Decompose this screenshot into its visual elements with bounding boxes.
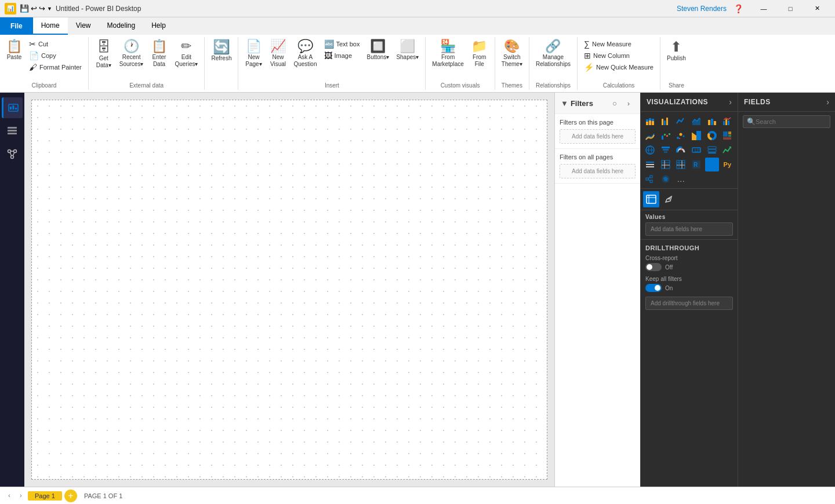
tab-view[interactable]: View bbox=[68, 17, 99, 35]
tab-help[interactable]: Help bbox=[143, 17, 174, 35]
from-file-button[interactable]: 📁 FromFile bbox=[468, 38, 491, 70]
shapes-button[interactable]: ⬜ Shapes▾ bbox=[393, 38, 422, 63]
viz-more[interactable]: … bbox=[674, 172, 688, 186]
maximize-button[interactable]: □ bbox=[777, 0, 804, 17]
viz-ribbon-chart[interactable] bbox=[643, 129, 657, 143]
tab-home[interactable]: Home bbox=[33, 17, 68, 35]
sidebar-icon-report[interactable] bbox=[2, 97, 23, 118]
sidebar-icon-model[interactable] bbox=[2, 144, 23, 165]
viz-map[interactable] bbox=[643, 143, 657, 157]
new-page-icon: 📄 bbox=[246, 40, 262, 53]
tab-file[interactable]: File bbox=[0, 17, 33, 35]
new-column-button[interactable]: ⊞ New Column bbox=[581, 50, 656, 61]
viz-gauge[interactable] bbox=[674, 143, 688, 157]
viz-column-clustered[interactable] bbox=[705, 114, 719, 128]
page-1-tab[interactable]: Page 1 bbox=[28, 491, 62, 501]
viz-format-tab[interactable] bbox=[660, 191, 677, 207]
text-box-label: Text box bbox=[336, 41, 360, 48]
drillthrough-drop-zone[interactable]: Add drillthrough fields here bbox=[645, 297, 733, 310]
viz-values-drop-zone[interactable]: Add data fields here bbox=[645, 222, 733, 236]
edit-queries-button[interactable]: ✏ EditQueries▾ bbox=[172, 38, 201, 70]
filter-arrow-button[interactable]: › bbox=[623, 97, 634, 109]
viz-slicer[interactable] bbox=[643, 158, 657, 171]
keep-filters-toggle[interactable] bbox=[645, 284, 662, 292]
viz-area-chart[interactable] bbox=[689, 114, 703, 128]
viz-scatter[interactable] bbox=[674, 129, 688, 143]
viz-clustered-bar[interactable] bbox=[659, 114, 673, 128]
from-marketplace-button[interactable]: 🏪 FromMarketplace bbox=[429, 38, 466, 70]
format-painter-icon: 🖌 bbox=[29, 63, 37, 72]
svg-rect-48 bbox=[663, 149, 669, 151]
filter-expand-button[interactable]: ○ bbox=[609, 97, 620, 109]
add-page-button[interactable]: + bbox=[64, 490, 77, 502]
filter-all-pages-drop-zone[interactable]: Add data fields here bbox=[560, 164, 636, 178]
page-nav-next[interactable]: › bbox=[16, 491, 26, 501]
viz-card[interactable]: 123 bbox=[689, 143, 703, 157]
format-painter-button[interactable]: 🖌 Format Painter bbox=[26, 61, 85, 73]
viz-funnel[interactable] bbox=[659, 143, 673, 157]
viz-table[interactable] bbox=[659, 158, 673, 171]
report-canvas[interactable] bbox=[31, 100, 547, 480]
fields-search-input[interactable] bbox=[756, 118, 826, 125]
ribbon-group-share: ⬆ Publish Share bbox=[660, 37, 692, 90]
viz-line-chart[interactable] bbox=[674, 114, 688, 128]
close-button[interactable]: ✕ bbox=[804, 0, 830, 17]
recent-sources-button[interactable]: 🕐 RecentSources▾ bbox=[117, 38, 147, 70]
cross-report-toggle[interactable] bbox=[645, 263, 662, 271]
viz-matrix[interactable] bbox=[674, 158, 688, 171]
refresh-button[interactable]: 🔄 Refresh bbox=[208, 38, 234, 64]
new-visual-button[interactable]: 📈 NewVisual bbox=[266, 38, 289, 70]
cut-button[interactable]: ✂ Cut bbox=[26, 38, 85, 50]
publish-button[interactable]: ⬆ Publish bbox=[664, 38, 689, 64]
ribbon-group-clipboard: 📋 Paste ✂ Cut 📄 Copy 🖌 Format Painter Cl… bbox=[0, 37, 89, 90]
viz-filled-map[interactable] bbox=[659, 172, 673, 186]
minimize-button[interactable]: — bbox=[750, 0, 777, 17]
format-painter-label: Format Painter bbox=[39, 64, 82, 71]
quick-save[interactable]: 💾 bbox=[20, 4, 29, 13]
viz-stacked-bar[interactable] bbox=[643, 114, 657, 128]
ask-question-button[interactable]: 💬 Ask AQuestion bbox=[291, 38, 320, 70]
help-icon[interactable]: ❓ bbox=[734, 4, 743, 13]
viz-expand-button[interactable]: › bbox=[729, 97, 732, 107]
viz-azure-map[interactable]: R bbox=[689, 158, 703, 171]
viz-waterfall[interactable] bbox=[659, 129, 673, 143]
text-box-button[interactable]: 🔤 Text box bbox=[321, 38, 363, 50]
quick-undo[interactable]: ↩ bbox=[31, 4, 37, 13]
viz-donut[interactable] bbox=[705, 129, 719, 143]
manage-relationships-button[interactable]: 🔗 ManageRelationships bbox=[533, 38, 573, 70]
viz-kpi[interactable] bbox=[720, 143, 734, 157]
paste-button[interactable]: 📋 Paste bbox=[3, 38, 25, 63]
tab-modeling[interactable]: Modeling bbox=[99, 17, 143, 35]
viz-r-visual[interactable]: R bbox=[705, 158, 719, 171]
viz-decomp-tree[interactable] bbox=[643, 172, 657, 186]
keep-filters-toggle-thumb bbox=[655, 285, 660, 291]
quick-dropdown[interactable]: ▼ bbox=[47, 6, 52, 12]
svg-rect-29 bbox=[662, 136, 663, 140]
get-data-button[interactable]: 🗄 GetData▾ bbox=[92, 38, 115, 71]
svg-point-7 bbox=[8, 150, 11, 153]
quick-redo[interactable]: ↪ bbox=[39, 4, 45, 13]
svg-rect-49 bbox=[664, 151, 667, 153]
image-button[interactable]: 🖼 Image bbox=[321, 50, 363, 61]
new-quick-measure-button[interactable]: ⚡ New Quick Measure bbox=[581, 61, 656, 73]
filter-page-drop-zone[interactable]: Add data fields here bbox=[560, 129, 636, 144]
page-nav-prev[interactable]: ‹ bbox=[5, 491, 14, 501]
viz-pie[interactable] bbox=[689, 129, 703, 143]
enter-data-button[interactable]: 📋 EnterData bbox=[147, 38, 170, 70]
viz-multirow-card[interactable] bbox=[705, 143, 719, 157]
viz-treemap[interactable] bbox=[720, 129, 734, 143]
sidebar-icon-data[interactable] bbox=[2, 120, 23, 141]
shapes-icon: ⬜ bbox=[400, 40, 415, 53]
viz-combo-chart[interactable] bbox=[720, 114, 734, 128]
new-measure-button[interactable]: ∑ New Measure bbox=[581, 38, 656, 50]
viz-fields-tab[interactable] bbox=[643, 191, 659, 207]
switch-theme-button[interactable]: 🎨 SwitchTheme▾ bbox=[499, 38, 525, 70]
buttons-button[interactable]: 🔲 Buttons▾ bbox=[364, 38, 392, 63]
paste-icon: 📋 bbox=[6, 40, 22, 53]
new-page-button[interactable]: 📄 NewPage▾ bbox=[242, 38, 265, 70]
viz-python-visual[interactable]: Py bbox=[720, 158, 734, 171]
new-visual-label: NewVisual bbox=[270, 54, 286, 68]
copy-button[interactable]: 📄 Copy bbox=[26, 50, 85, 61]
report-icon bbox=[8, 102, 19, 114]
fields-expand-button[interactable]: › bbox=[826, 97, 829, 107]
